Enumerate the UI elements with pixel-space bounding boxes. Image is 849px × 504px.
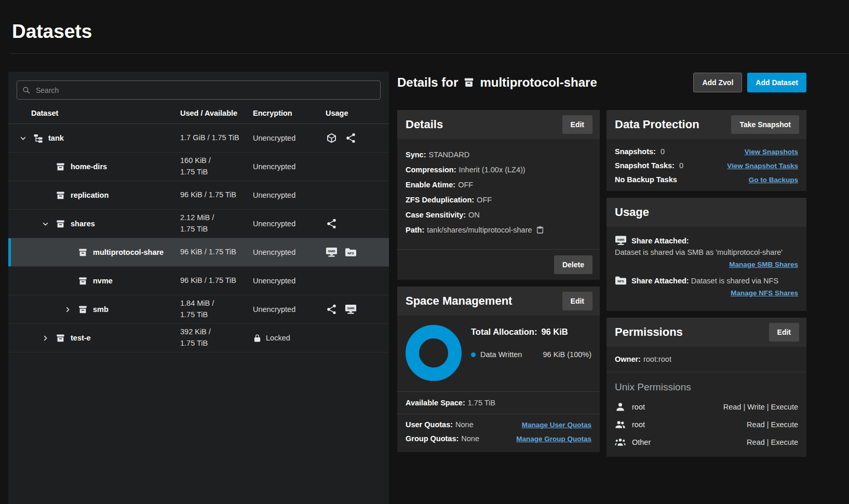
usage-card-title: Usage — [615, 206, 649, 219]
dataset-icon — [463, 77, 475, 88]
expand-toggle[interactable] — [63, 305, 78, 314]
dataset-icon — [78, 305, 88, 315]
encryption-state: Locked — [253, 334, 326, 343]
used-available: 392 KiB /1.75 TiB — [180, 326, 253, 349]
dataset-name: multiprotocol-share — [93, 248, 164, 256]
tree-root-icon — [33, 133, 43, 143]
dataset-row-replication[interactable]: replication96 KiB / 1.75 TiBUnencrypted — [8, 181, 389, 210]
add-dataset-button[interactable]: Add Dataset — [747, 73, 806, 92]
dataset-row-home-dirs[interactable]: home-dirs160 KiB /1.75 TiBUnencrypted — [8, 153, 389, 181]
used-available: 96 KiB / 1.75 TiB — [180, 189, 253, 201]
nfs-icon[interactable]: NFS — [345, 247, 357, 258]
total-allocation: Total Allocation:96 KiB — [471, 327, 591, 337]
data-protection-card: Data Protection Take Snapshot Snapshots:… — [607, 110, 806, 191]
svg-text:SMB: SMB — [617, 238, 625, 241]
smb-icon[interactable]: SMB — [326, 247, 338, 258]
permission-row-group-root: rootRead | Execute — [615, 419, 798, 430]
share-icon[interactable] — [326, 304, 338, 315]
space-card-title: Space Management — [406, 294, 512, 308]
permission-values: Read | Execute — [747, 438, 798, 446]
quota-row-group-quotas: Group Quotas:NoneManage Group Quotas — [406, 434, 591, 443]
permission-row-person-root: rootRead | Write | Execute — [615, 401, 798, 412]
manage-user-quotas-link[interactable]: Manage User Quotas — [522, 421, 591, 429]
apps-icon[interactable] — [326, 132, 338, 144]
used-available: 1.7 GiB / 1.75 TiB — [180, 132, 253, 144]
expand-toggle[interactable] — [41, 334, 56, 343]
permissions-edit-button[interactable]: Edit — [769, 323, 799, 342]
dataset-row-tank[interactable]: tank1.7 GiB / 1.75 TiBUnencrypted — [8, 124, 389, 153]
search-input[interactable] — [17, 80, 381, 100]
details-edit-button[interactable]: Edit — [562, 115, 592, 134]
quota-row-user-quotas: User Quotas:NoneManage User Quotas — [406, 420, 591, 429]
view-snapshots-link[interactable]: View Snapshots — [745, 148, 798, 156]
page-title: Datasets — [12, 21, 92, 43]
dataset-row-nvme[interactable]: nvme96 KiB / 1.75 TiBUnencrypted — [8, 267, 389, 295]
group-icon — [615, 419, 626, 430]
unix-permissions-subtitle: Unix Permissions — [615, 382, 798, 393]
take-snapshot-button[interactable]: Take Snapshot — [731, 115, 799, 134]
manage-smb-shares-link[interactable]: Manage SMB Shares — [729, 261, 798, 268]
col-header-used-available: Used / Available — [180, 109, 253, 117]
details-for-prefix: Details for — [397, 75, 458, 90]
detail-field-zfs-deduplication: ZFS Deduplication:OFF — [406, 195, 591, 206]
usage-icons: SMB — [326, 304, 389, 315]
collapse-toggle[interactable] — [19, 134, 33, 143]
protection-row-snapshot-tasks: Snapshot Tasks: 0View Snapshot Tasks — [615, 161, 798, 170]
share-icon[interactable] — [345, 132, 357, 144]
available-space: Available Space:1.75 TiB — [397, 391, 600, 414]
space-management-card: Space Management Edit Total Allocation:9… — [397, 287, 600, 452]
legend-dot — [471, 352, 476, 357]
chevron-right-icon[interactable] — [41, 334, 50, 343]
svg-text:NFS: NFS — [347, 251, 354, 255]
encryption-state: Unencrypted — [253, 305, 326, 314]
person-icon — [615, 401, 626, 412]
used-available: 96 KiB / 1.75 TiB — [180, 247, 253, 258]
details-card-title: Details — [406, 118, 443, 131]
permission-row-groups-other: OtherRead | Execute — [615, 437, 798, 447]
clipboard-icon[interactable] — [536, 226, 544, 234]
add-zvol-button[interactable]: Add Zvol — [693, 73, 742, 92]
chevron-down-icon[interactable] — [19, 134, 28, 143]
groups-icon — [615, 437, 626, 447]
usage-icons — [326, 132, 389, 144]
permissions-card-title: Permissions — [615, 325, 683, 339]
delete-dataset-button[interactable]: Delete — [554, 255, 592, 274]
chevron-right-icon[interactable] — [63, 305, 72, 314]
details-area: Details for multiprotocol-share Add Zvol… — [397, 72, 806, 457]
chevron-down-icon[interactable] — [41, 220, 50, 228]
view-snapshot-tasks-link[interactable]: View Snapshot Tasks — [727, 162, 798, 170]
dataset-row-multiprotocol-share[interactable]: multiprotocol-share96 KiB / 1.75 TiBUnen… — [8, 238, 389, 267]
manage-nfs-shares-link[interactable]: Manage NFS Shares — [731, 289, 798, 297]
usage-icons: SMBNFS — [326, 247, 389, 258]
space-legend-item: Data Written96 KiB (100%) — [471, 350, 591, 359]
encryption-state: Unencrypted — [253, 162, 326, 171]
space-donut-chart — [406, 325, 462, 381]
manage-group-quotas-link[interactable]: Manage Group Quotas — [516, 435, 591, 443]
dataset-name: test-e — [71, 334, 91, 342]
col-header-usage: Usage — [326, 109, 389, 117]
dataset-row-smb[interactable]: smb1.84 MiB /1.75 TiBUnencryptedSMB — [8, 295, 389, 324]
smb-icon[interactable]: SMB — [345, 304, 357, 315]
share-attached-smb: SMBShare Attached:Dataset is shared via … — [615, 235, 798, 269]
dataset-name: replication — [71, 191, 109, 199]
dataset-row-shares[interactable]: shares2.12 MiB /1.75 TiBUnencrypted — [8, 210, 389, 238]
permission-values: Read | Write | Execute — [723, 403, 798, 411]
dataset-icon — [56, 162, 65, 172]
share-icon[interactable] — [326, 218, 338, 229]
details-for-heading: Details for multiprotocol-share — [397, 75, 597, 90]
dataset-row-test-e[interactable]: test-e392 KiB /1.75 TiBLocked — [8, 324, 389, 352]
permission-who: root — [632, 420, 645, 429]
share-attached-nfs: NFSShare Attached: Dataset is shared via… — [615, 275, 798, 297]
dataset-name: tank — [48, 134, 64, 142]
search-box — [17, 80, 381, 100]
collapse-toggle[interactable] — [41, 220, 56, 228]
go-to-backups-link[interactable]: Go to Backups — [749, 176, 798, 184]
col-header-dataset: Dataset — [8, 109, 180, 117]
protection-row-snapshots: Snapshots: 0View Snapshots — [615, 147, 798, 156]
nfs-icon: NFS — [615, 275, 627, 286]
encryption-state: Unencrypted — [253, 277, 326, 285]
dataset-name: shares — [71, 220, 95, 228]
dataset-icon — [56, 190, 65, 200]
owner-row: Owner:root:root — [607, 347, 806, 372]
space-edit-button[interactable]: Edit — [562, 292, 592, 310]
